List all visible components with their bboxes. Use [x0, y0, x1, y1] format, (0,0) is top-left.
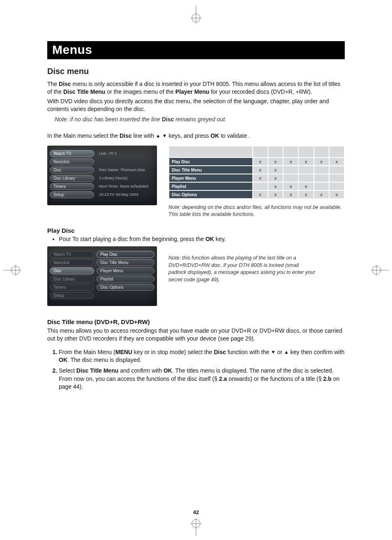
table-cell [329, 174, 344, 182]
submenu-left-item: Timers [50, 284, 94, 291]
table-row-label: Playlist [169, 182, 253, 190]
intro-paragraph-2: With DVD video discs you directly access… [47, 97, 345, 113]
table-cell [253, 182, 268, 190]
table-cell: x [268, 166, 283, 174]
submenu-row: Setup [50, 292, 154, 299]
function-availability-table: Play DiscxxxxxxDisc Title MenuxxPlayer M… [168, 146, 345, 218]
menu-row: Watch TVLive - Pr 1 [50, 150, 154, 157]
step-1: From the Main Menu (MENU key or in stop … [59, 348, 345, 364]
table-cell: x [298, 190, 314, 199]
table-cell: x [253, 174, 268, 182]
table-cell: x [314, 158, 329, 166]
table-cell [298, 174, 314, 182]
table-cell: x [253, 158, 268, 166]
crop-mark-right [368, 260, 389, 280]
up-arrow-icon: ▲ [156, 132, 161, 139]
menu-row: Naviclick [50, 158, 154, 165]
menu-row: TimersNext Timer: None scheduled [50, 183, 154, 190]
table-cell: x [268, 174, 283, 182]
intro-paragraph-1: The Disc menu is only accessible if a di… [47, 80, 345, 96]
submenu-row: Watch TVPlay Disc [50, 251, 154, 258]
menu-item: Disc [50, 167, 94, 174]
menu-item: Timers [50, 183, 94, 190]
table-cell [314, 174, 329, 182]
table-cell [314, 182, 329, 190]
submenu-right-item: Disc Options [97, 284, 154, 291]
menu-row: Disc Library2 Library Disc(s) [50, 175, 154, 182]
table-cell: x [268, 158, 283, 166]
menu-item-info [97, 158, 154, 165]
table-note: Note: depending on the discs and/or file… [168, 204, 345, 218]
menu-item: Watch TV [50, 150, 94, 157]
submenu-right-item: Play Disc [97, 251, 154, 258]
menu-item-info: 2 Library Disc(s) [97, 175, 154, 182]
table-cell [329, 166, 344, 174]
submenu-left-item: Naviclick [50, 259, 94, 266]
submenu-row: Disc LibraryPlaylist [50, 276, 154, 283]
table-cell: x [314, 190, 329, 199]
down-arrow-icon: ▼ [162, 132, 167, 139]
submenu-left-item: Watch TV [50, 251, 94, 258]
menu-row: DiscDisc Name: Thomson Disc [50, 167, 154, 174]
table-cell [283, 174, 298, 182]
disc-title-menu-steps: From the Main Menu (MENU key or in stop … [47, 348, 345, 391]
page-title: Menus [47, 41, 345, 59]
menu-row: Setup10:23 Fri 30-May 2003 [50, 191, 154, 198]
crop-mark-bottom [186, 515, 206, 536]
intro-note: Note: if no disc has been inserted the l… [55, 116, 345, 123]
menu-item-info: Next Timer: None scheduled [97, 183, 154, 190]
manual-page: Menus Disc menu The Disc menu is only ac… [0, 0, 392, 540]
submenu-right-item: Player Menu [97, 267, 154, 274]
menu-item-info: 10:23 Fri 30-May 2003 [97, 191, 154, 198]
menu-item: Setup [50, 191, 94, 198]
down-arrow-icon: ▼ [271, 349, 276, 356]
table-cell: x [268, 182, 283, 190]
table-cell: x [253, 190, 268, 199]
table-cell [314, 166, 329, 174]
table-cell: x [283, 158, 298, 166]
table-cell: x [329, 158, 344, 166]
submenu-row: TimersDisc Options [50, 284, 154, 291]
page-number: 42 [193, 509, 199, 515]
submenu-left-item: Disc Library [50, 276, 94, 283]
table-cell [283, 166, 298, 174]
table-row-label: Play Disc [169, 158, 253, 166]
disc-title-menu-heading: Disc Title menu (DVD+R, DVD+RW) [47, 318, 345, 325]
section-heading: Disc menu [47, 67, 345, 76]
play-disc-bullet: Pour To start playing a disc from the be… [55, 236, 345, 242]
play-disc-heading: Play Disc [47, 227, 345, 234]
play-disc-note: Note: this function allows the playing o… [168, 255, 316, 283]
table-cell [298, 166, 314, 174]
menu-item: Disc Library [50, 175, 94, 182]
table-cell: x [298, 158, 314, 166]
menu-item: Naviclick [50, 158, 94, 165]
submenu-right-item: Playlist [97, 276, 154, 283]
table-cell: x [268, 190, 283, 199]
intro-instruction: In the Main menu select the Disc line wi… [47, 132, 345, 140]
table-row-label: Disc Options [169, 190, 253, 199]
step-2: Select Disc Title Menu and confirm with … [59, 367, 345, 391]
disc-title-menu-paragraph: This menu allows you to access recording… [47, 327, 345, 343]
table-cell [329, 182, 344, 190]
table-cell: x [283, 190, 298, 199]
submenu-row: NaviclickDisc Title Menu [50, 259, 154, 266]
submenu-right-item: Disc Title Menu [97, 259, 154, 266]
crop-mark-top [186, 6, 206, 26]
up-arrow-icon: ▲ [284, 349, 289, 356]
table-cell: x [253, 166, 268, 174]
menu-item-info: Live - Pr 1 [97, 150, 154, 157]
table-row-label: Player Menu [169, 174, 253, 182]
crop-mark-left [3, 260, 24, 280]
submenu-row: DiscPlayer Menu [50, 267, 154, 274]
submenu-left-item: Disc [50, 267, 94, 274]
table-row-label: Disc Title Menu [169, 166, 253, 174]
menu-item-info: Disc Name: Thomson Disc [97, 167, 154, 174]
disc-submenu-screenshot: Watch TVPlay DiscNaviclickDisc Title Men… [47, 246, 157, 306]
table-cell: x [329, 190, 344, 199]
table-cell: x [298, 182, 314, 190]
main-menu-screenshot: Watch TVLive - Pr 1NaviclickDiscDisc Nam… [47, 146, 157, 205]
submenu-left-item: Setup [50, 292, 94, 299]
table-cell: x [283, 182, 298, 190]
